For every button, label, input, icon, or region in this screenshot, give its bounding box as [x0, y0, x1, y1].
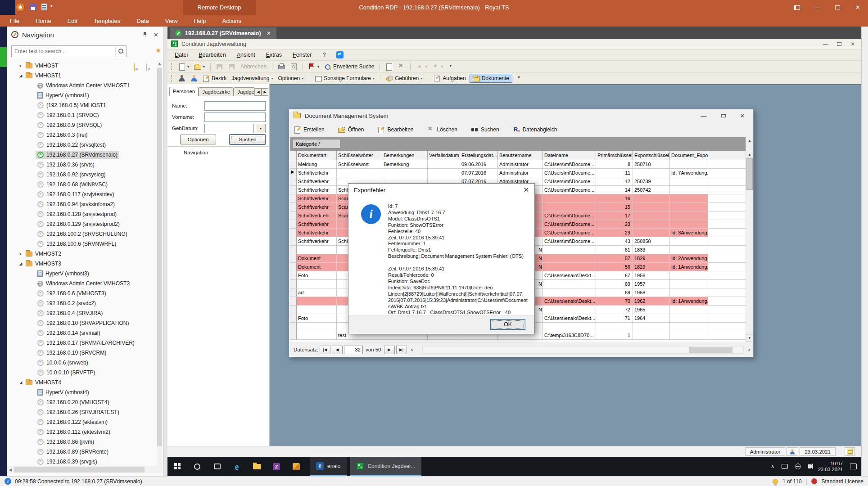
record-number-input[interactable]: [344, 346, 363, 354]
person-button[interactable]: [189, 74, 199, 83]
dms-vertical-scrollbar[interactable]: ▲▼: [746, 151, 753, 342]
close-button[interactable]: ✕: [848, 0, 868, 15]
search-circle-button[interactable]: [187, 457, 207, 476]
purple-app-button[interactable]: Z: [267, 457, 286, 476]
tree-item[interactable]: 192.168.0.27 (SRVdmsenaio): [7, 150, 155, 160]
collapsed-icon[interactable]: ▸: [18, 252, 24, 256]
column-header[interactable]: Document_Expor...: [670, 151, 708, 160]
save-icon[interactable]: [30, 4, 36, 10]
tree-item[interactable]: (192.168.0.5) VMHOST1: [7, 100, 155, 110]
column-header[interactable]: Erstellungsdat...: [460, 151, 498, 160]
app-menu-Bearbeiten[interactable]: Bearbeiten: [199, 52, 226, 58]
tab-scroll-left-button[interactable]: ◀: [255, 88, 262, 96]
print-button[interactable]: [276, 62, 286, 71]
app-maximize-button[interactable]: [832, 40, 846, 49]
menu-item-actions[interactable]: Actions: [222, 18, 241, 24]
book-button[interactable]: Sonstige Formulare▾: [313, 74, 376, 83]
tree-item[interactable]: 192.168.0.26 (SRVJIRATEST): [7, 407, 155, 417]
taskbar-clock[interactable]: 10:0723.03.2021: [818, 461, 843, 472]
app-minimize-button[interactable]: —: [819, 40, 832, 49]
app-menu-[interactable]: ?: [322, 52, 326, 58]
tree-item[interactable]: 192.168.0.86 (jkvm): [7, 437, 155, 447]
task-view-button[interactable]: [207, 457, 227, 476]
tree-item[interactable]: 192.168.0.6 (VMHOST3): [7, 288, 155, 298]
dropdown-caret-icon[interactable]: ▾: [271, 76, 273, 81]
dms-scroll-up-corner[interactable]: ▲: [746, 137, 753, 151]
tree-item[interactable]: 192.168.0.20 (VMHOST4): [7, 397, 155, 407]
tree-item[interactable]: 10.0.0.10 (SRVFTP): [7, 368, 155, 378]
taskbar-button-condition-jagdver-[interactable]: Condition Jagdver...: [350, 457, 421, 476]
tree-item[interactable]: 192.168.0.2 (srvdc2): [7, 298, 155, 308]
tree-item[interactable]: HyperV (vmhost3): [7, 269, 155, 279]
documents-folder-button[interactable]: Dokumente: [470, 74, 512, 83]
save-all-button[interactable]: [227, 62, 237, 71]
ok-button[interactable]: OK: [490, 319, 525, 330]
dms-close-button[interactable]: ✕: [736, 111, 749, 120]
name-input[interactable]: [204, 101, 266, 111]
menu-item-home[interactable]: Home: [36, 18, 51, 24]
tree-item[interactable]: ▸VMHOST: [7, 61, 155, 71]
teamviewer-icon[interactable]: [336, 51, 344, 58]
tree-item[interactable]: 192.168.0.14 (srvmail): [7, 328, 155, 338]
tree-item[interactable]: 192.168.0.10 (SRVAPPLICATION): [7, 318, 155, 328]
collapsed-icon[interactable]: ▸: [18, 63, 24, 68]
pin-icon[interactable]: [143, 32, 147, 38]
dropdown-caret-icon[interactable]: ▾: [317, 65, 319, 69]
erstellen-button[interactable]: Erstellen: [294, 126, 325, 133]
tray-rdp-icon[interactable]: [782, 464, 788, 469]
print-preview-button[interactable]: [289, 62, 298, 71]
record-next-button[interactable]: ▶: [384, 346, 395, 354]
maximize-button[interactable]: [827, 0, 848, 15]
flag-button[interactable]: ▾: [307, 62, 321, 71]
-ffnen-button[interactable]: Öffnen: [338, 126, 364, 133]
dialog-close-icon[interactable]: ✕: [523, 186, 529, 194]
column-header[interactable]: Dateiname: [543, 151, 596, 160]
tree-item[interactable]: 192.168.0.17 (SRVMAILARCHIVER): [7, 338, 155, 348]
field-dropdown-button[interactable]: ▾: [256, 124, 266, 133]
column-header[interactable]: [290, 151, 297, 160]
bearbeiten-button[interactable]: Bearbeiten: [378, 126, 414, 133]
tree-item[interactable]: HyperV (vmhost4): [7, 387, 155, 397]
menu-item-templates[interactable]: Templates: [94, 18, 120, 24]
column-header[interactable]: Dokumentart: [297, 151, 337, 160]
tree-item[interactable]: 192.168.100.2 (SRVSCHULUNG): [7, 229, 155, 239]
tree-item[interactable]: 192.168.0.122 (ektestvm): [7, 417, 155, 427]
optionen-button[interactable]: Optionen▾: [276, 74, 305, 82]
app-menu-Ansicht[interactable]: Ansicht: [237, 52, 255, 58]
app-menu-Extras[interactable]: Extras: [266, 52, 282, 58]
column-header[interactable]: Bemerkungen: [382, 151, 428, 160]
tree-item[interactable]: 192.168.0.36 (srvts): [7, 160, 155, 170]
person-dark-button[interactable]: [177, 74, 187, 83]
minimize-button[interactable]: —: [807, 0, 827, 15]
hscroll-right-icon[interactable]: >: [745, 347, 753, 352]
fees-button[interactable]: Gebühren▾: [384, 74, 424, 83]
tree-item[interactable]: 192.168.0.117 (srvjvtestdev): [7, 189, 155, 199]
start-button[interactable]: [167, 457, 187, 476]
menu-item-data[interactable]: Data: [136, 18, 149, 24]
dropdown-caret-icon[interactable]: ▾: [373, 76, 375, 81]
vorname-input[interactable]: [204, 112, 266, 122]
datenabgleich-button[interactable]: Datenabgleich: [513, 126, 557, 133]
move-up-button[interactable]: ▾: [415, 62, 428, 71]
tree-item[interactable]: 192.168.0.22 (srvsqltest): [7, 140, 155, 150]
dropdown-caret-icon[interactable]: ▾: [187, 65, 189, 69]
app-close-button[interactable]: ✕: [846, 40, 859, 49]
tab-personen[interactable]: Personen: [169, 87, 199, 96]
session-tab-close-icon[interactable]: ✕: [267, 30, 271, 36]
layout-button[interactable]: [787, 0, 807, 15]
abbrechen-button[interactable]: Abbrechen: [239, 63, 268, 71]
menu-item-view[interactable]: View: [165, 18, 178, 24]
advanced-search-button[interactable]: Erweiterte Suche: [323, 62, 375, 71]
tray-expand-icon[interactable]: ∧: [771, 464, 774, 469]
dms-maximize-button[interactable]: [717, 111, 730, 120]
tree-item[interactable]: Windows Admin Center VMHOST1: [7, 81, 155, 90]
tree-item[interactable]: 10.0.0.6 (srvweb): [7, 358, 155, 368]
dropdown-caret-icon[interactable]: ▾: [425, 65, 427, 69]
edit-document-icon[interactable]: [41, 4, 47, 10]
tree-item[interactable]: 192.168.0.3 (frei): [7, 130, 155, 140]
gebdatum-input[interactable]: [204, 124, 254, 133]
app-menu-Datei[interactable]: Datei: [175, 52, 188, 58]
tab-jagdgenossen[interactable]: Jagdgenossen: [234, 87, 255, 96]
close-panel-icon[interactable]: ✕: [154, 32, 158, 38]
hscroll-left-icon[interactable]: <: [408, 347, 416, 352]
